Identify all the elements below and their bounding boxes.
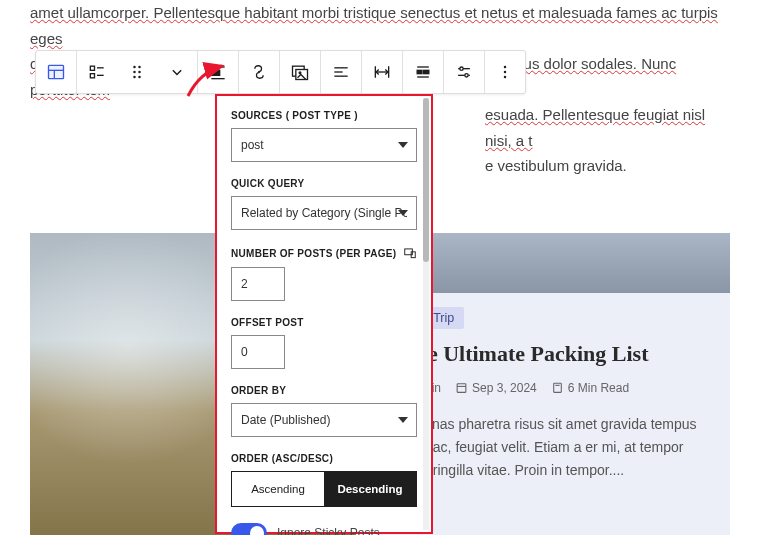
width-icon[interactable] [362, 50, 402, 94]
svg-point-10 [138, 71, 141, 74]
svg-rect-4 [90, 74, 94, 78]
svg-point-35 [504, 76, 507, 79]
devices-icon [403, 246, 417, 260]
block-toolbar [35, 50, 526, 94]
svg-rect-37 [457, 384, 466, 393]
image-icon[interactable] [280, 50, 320, 94]
more-options-icon[interactable] [485, 50, 525, 94]
svg-point-34 [504, 71, 507, 74]
doc-line-4: e vestibulum gravida. [485, 153, 627, 179]
svg-point-33 [504, 66, 507, 69]
sticky-posts-label: Ignore Sticky Posts [277, 526, 380, 535]
svg-point-9 [133, 71, 136, 74]
svg-rect-0 [49, 65, 64, 78]
readtime-meta: 6 Min Read [551, 381, 629, 395]
orderby-label: ORDER BY [231, 385, 417, 396]
date-meta: Sep 3, 2024 [455, 381, 537, 395]
svg-point-11 [133, 76, 136, 79]
drag-handle-icon[interactable] [117, 50, 157, 94]
list-view-icon[interactable] [77, 50, 117, 94]
svg-rect-39 [553, 383, 561, 392]
svg-rect-3 [90, 66, 94, 70]
svg-point-7 [133, 66, 136, 69]
settings-icon[interactable] [444, 50, 484, 94]
svg-point-32 [465, 74, 468, 77]
doc-line-3: esuada. Pellentesque feugiat nisl nisi, … [485, 102, 730, 153]
scrollbar-thumb[interactable] [423, 98, 429, 262]
post-excerpt: Maecenas pharetra risus sit amet gravida… [390, 413, 716, 482]
text-align-icon[interactable] [321, 50, 361, 94]
num-posts-label: NUMBER OF POSTS (PER PAGE) [231, 246, 417, 260]
quick-query-select[interactable]: Related by Category (Single Post) [231, 196, 417, 230]
query-loop-icon[interactable] [239, 50, 279, 94]
block-type-icon[interactable] [36, 50, 76, 94]
sources-select[interactable]: post [231, 128, 417, 162]
order-toggle: Ascending Descending [231, 471, 417, 507]
descending-button[interactable]: Descending [324, 472, 416, 506]
svg-point-30 [460, 67, 463, 70]
quick-query-label: QUICK QUERY [231, 178, 417, 189]
svg-point-18 [299, 72, 301, 74]
readtime-text: 6 Min Read [568, 381, 629, 395]
doc-line-1: amet ullamcorper. Pellentesque habitant … [30, 0, 730, 51]
svg-rect-26 [417, 70, 421, 73]
ascending-button[interactable]: Ascending [232, 472, 324, 506]
offset-label: OFFSET POST [231, 317, 417, 328]
query-settings-popover: SOURCES ( POST TYPE ) post QUICK QUERY R… [215, 94, 433, 534]
svg-rect-27 [423, 70, 429, 73]
offset-input[interactable] [231, 335, 285, 369]
sticky-posts-toggle[interactable] [231, 523, 267, 535]
post-meta: Admin Sep 3, 2024 6 Min Read [390, 381, 716, 395]
post-title[interactable]: “The Ultimate Packing List [390, 341, 716, 367]
svg-point-8 [138, 66, 141, 69]
svg-point-12 [138, 76, 141, 79]
order-label: ORDER (ASC/DESC) [231, 453, 417, 464]
num-posts-input[interactable] [231, 267, 285, 301]
grid-icon[interactable] [403, 50, 443, 94]
date-text: Sep 3, 2024 [472, 381, 537, 395]
sources-label: SOURCES ( POST TYPE ) [231, 110, 417, 121]
orderby-select[interactable]: Date (Published) [231, 403, 417, 437]
